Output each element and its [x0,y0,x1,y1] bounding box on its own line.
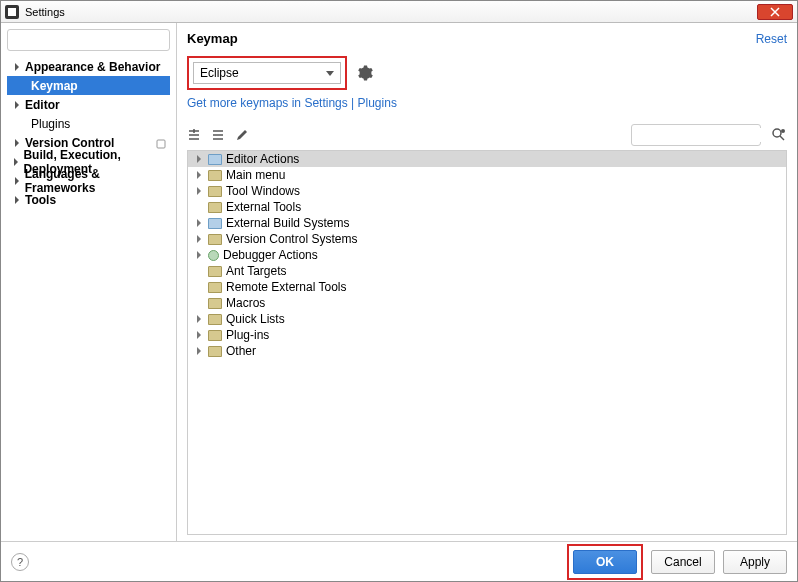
apply-button[interactable]: Apply [723,550,787,574]
keymap-combo[interactable]: Eclipse [193,62,341,84]
sidebar-search-input[interactable] [18,33,168,47]
sidebar-item-label: Tools [25,193,56,207]
keymap-combo-value: Eclipse [200,66,239,80]
svg-point-7 [781,129,785,133]
sidebar-item-editor[interactable]: Editor [7,95,170,114]
tree-item-quick-lists[interactable]: Quick Lists [188,311,786,327]
chevron-right-icon [194,235,204,243]
sidebar-item-languages-frameworks[interactable]: Languages & Frameworks [7,171,170,190]
tree-item-label: Other [226,344,256,358]
chevron-right-icon [194,219,204,227]
expand-all-icon[interactable] [187,128,201,142]
override-icon [156,138,166,148]
tree-item-editor-actions[interactable]: Editor Actions [188,151,786,167]
folder-icon [208,218,222,229]
folder-icon [208,234,222,245]
chevron-right-icon [194,331,204,339]
chevron-right-icon [194,171,204,179]
tree-item-label: Editor Actions [226,152,299,166]
tree-item-version-control-systems[interactable]: Version Control Systems [188,231,786,247]
sidebar-item-label: Editor [25,98,60,112]
ok-button[interactable]: OK [573,550,637,574]
content-pane: Keymap Reset Eclipse Get more keymaps in… [177,23,797,541]
chevron-right-icon [11,61,23,73]
action-search-input[interactable] [642,128,792,142]
tree-item-label: Debugger Actions [223,248,318,262]
dialog-footer: ? OK Cancel Apply [1,541,797,581]
chevron-down-icon [326,71,334,76]
sidebar-item-plugins[interactable]: Plugins [7,114,170,133]
tree-item-label: External Build Systems [226,216,349,230]
tree-item-remote-external-tools[interactable]: Remote External Tools [188,279,786,295]
close-button[interactable] [757,4,793,20]
edit-icon[interactable] [235,128,249,142]
folder-icon [208,346,222,357]
help-button[interactable]: ? [11,553,29,571]
window-title: Settings [25,6,757,18]
chevron-right-icon [194,251,204,259]
bug-icon [208,250,219,261]
tree-item-label: Macros [226,296,265,310]
chevron-right-icon [11,175,23,187]
sidebar-item-appearance-behavior[interactable]: Appearance & Behavior [7,57,170,76]
folder-icon [208,186,222,197]
chevron-right-icon [11,137,23,149]
chevron-right-icon [11,99,23,111]
folder-icon [208,314,222,325]
cancel-button[interactable]: Cancel [651,550,715,574]
svg-point-5 [773,129,781,137]
folder-icon [208,266,222,277]
tree-item-label: Plug-ins [226,328,269,342]
tree-item-label: Remote External Tools [226,280,347,294]
folder-icon [208,282,222,293]
reset-link[interactable]: Reset [756,32,787,46]
ok-button-highlight: OK [567,544,643,580]
sidebar-item-label: Appearance & Behavior [25,60,160,74]
svg-rect-2 [157,140,165,148]
tree-item-label: Quick Lists [226,312,285,326]
tree-item-debugger-actions[interactable]: Debugger Actions [188,247,786,263]
svg-line-6 [780,136,784,140]
tree-item-label: Tool Windows [226,184,300,198]
tree-item-main-menu[interactable]: Main menu [188,167,786,183]
titlebar: Settings [1,1,797,23]
tree-item-tool-windows[interactable]: Tool Windows [188,183,786,199]
tree-item-label: Ant Targets [226,264,286,278]
tree-item-ant-targets[interactable]: Ant Targets [188,263,786,279]
keymap-combo-highlight: Eclipse [187,56,347,90]
folder-icon [208,298,222,309]
action-tree[interactable]: Editor ActionsMain menuTool WindowsExter… [187,150,787,535]
chevron-right-icon [194,315,204,323]
action-search[interactable] [631,124,761,146]
chevron-right-icon [194,347,204,355]
sidebar-search[interactable] [7,29,170,51]
folder-icon [208,154,222,165]
chevron-right-icon [11,194,23,206]
tree-item-label: Main menu [226,168,285,182]
tree-item-other[interactable]: Other [188,343,786,359]
app-icon [5,5,19,19]
chevron-right-icon [194,187,204,195]
folder-icon [208,170,222,181]
page-title: Keymap [187,31,756,46]
tree-item-external-build-systems[interactable]: External Build Systems [188,215,786,231]
sidebar-item-label: Keymap [31,79,78,93]
collapse-all-icon[interactable] [211,128,225,142]
get-more-keymaps-link[interactable]: Get more keymaps in Settings | Plugins [187,96,787,110]
tree-item-label: External Tools [226,200,301,214]
tree-item-label: Version Control Systems [226,232,357,246]
tree-item-macros[interactable]: Macros [188,295,786,311]
chevron-right-icon [194,155,204,163]
sidebar-item-label: Plugins [31,117,70,131]
tree-item-external-tools[interactable]: External Tools [188,199,786,215]
tree-toolbar [187,124,787,146]
folder-icon [208,202,222,213]
find-shortcut-icon[interactable] [771,127,787,143]
sidebar-item-keymap[interactable]: Keymap [7,76,170,95]
gear-button[interactable] [357,65,373,81]
tree-item-plug-ins[interactable]: Plug-ins [188,327,786,343]
sidebar-item-label: Languages & Frameworks [25,167,170,195]
folder-icon [208,330,222,341]
chevron-right-icon [11,156,21,168]
sidebar: Appearance & BehaviorKeymapEditorPlugins… [1,23,177,541]
